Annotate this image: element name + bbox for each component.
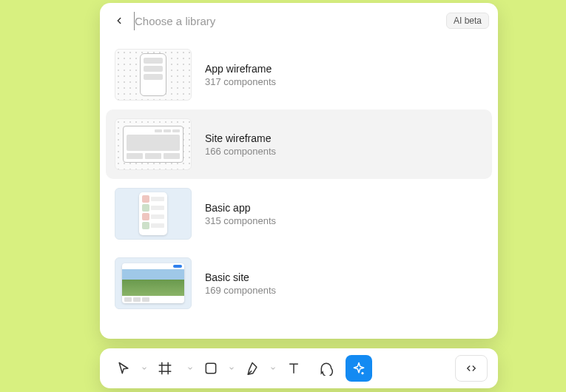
cursor-icon <box>116 361 131 376</box>
pen-tool[interactable] <box>239 355 266 382</box>
actions-tool[interactable] <box>346 355 372 382</box>
toolbar <box>100 348 498 388</box>
thumbnail-basic-site <box>115 257 192 309</box>
chevron-left-icon <box>114 16 124 26</box>
move-tool-more[interactable] <box>138 355 150 382</box>
frame-tool-more[interactable] <box>184 355 196 382</box>
chevron-down-icon <box>269 365 277 372</box>
chevron-down-icon <box>186 365 194 372</box>
panel-header: AI beta <box>100 3 498 37</box>
thumbnail-site-wireframe <box>115 118 192 170</box>
move-tool[interactable] <box>110 355 137 382</box>
chevron-down-icon <box>228 365 235 372</box>
library-subtitle: 166 components <box>205 146 276 157</box>
library-picker-panel: AI beta App wireframe 317 components Sit… <box>100 3 498 339</box>
back-button[interactable] <box>109 10 129 31</box>
library-item-basic-site[interactable]: Basic site 169 components <box>106 249 492 318</box>
comment-icon <box>319 361 334 376</box>
text-tool[interactable] <box>280 355 307 382</box>
text-icon <box>286 361 301 376</box>
comment-tool[interactable] <box>313 355 340 382</box>
code-icon <box>463 362 479 375</box>
frame-tool[interactable] <box>152 355 178 382</box>
pen-icon <box>245 361 260 376</box>
ai-beta-badge[interactable]: AI beta <box>446 13 489 29</box>
library-item-basic-app[interactable]: Basic app 315 components <box>106 179 492 249</box>
library-item-site-wireframe[interactable]: Site wireframe 166 components <box>106 109 492 179</box>
rectangle-tool[interactable] <box>198 355 224 382</box>
sparkle-icon <box>351 361 366 376</box>
library-search-input[interactable] <box>134 12 442 30</box>
rectangle-tool-more[interactable] <box>226 355 237 382</box>
library-title: Basic app <box>205 202 276 214</box>
svg-rect-4 <box>206 363 215 373</box>
thumbnail-app-wireframe <box>115 49 192 101</box>
library-item-app-wireframe[interactable]: App wireframe 317 components <box>106 40 492 109</box>
library-title: App wireframe <box>205 63 276 75</box>
rectangle-icon <box>203 361 218 376</box>
library-subtitle: 169 components <box>205 285 276 296</box>
dev-mode-button[interactable] <box>455 355 488 382</box>
library-list: App wireframe 317 components Site wirefr… <box>100 37 498 339</box>
thumbnail-basic-app <box>115 188 192 240</box>
library-subtitle: 317 components <box>205 76 276 87</box>
chevron-down-icon <box>141 365 148 372</box>
library-title: Site wireframe <box>205 132 276 144</box>
pen-tool-more[interactable] <box>267 355 279 382</box>
frame-icon <box>158 361 172 376</box>
library-title: Basic site <box>205 271 276 283</box>
library-subtitle: 315 components <box>205 215 276 226</box>
